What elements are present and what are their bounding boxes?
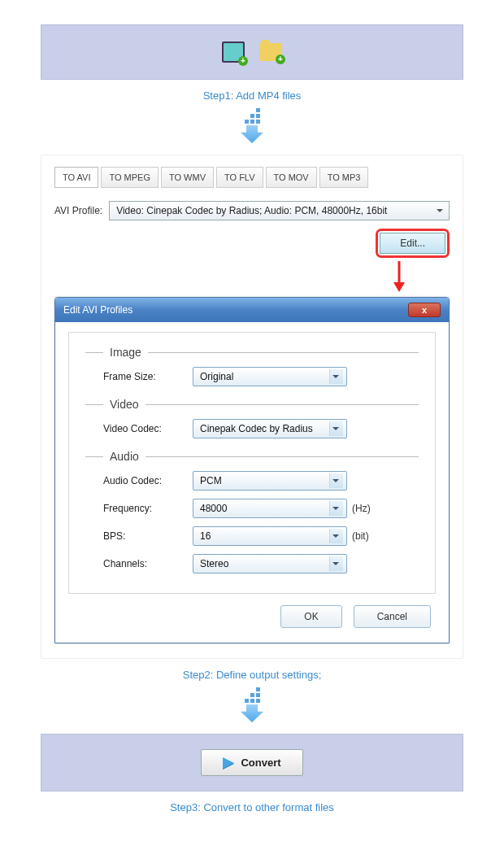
dialog-titlebar[interactable]: Edit AVI Profiles x [55,298,449,322]
convert-label: Convert [241,757,280,769]
tab-to-mp3[interactable]: TO MP3 [319,167,369,188]
edit-button-highlight: Edit... [376,229,450,258]
add-video-file-icon[interactable]: + [222,41,245,63]
video-codec-label: Video Codec: [103,423,193,434]
frequency-label: Frequency: [103,503,193,514]
channels-select[interactable]: Stereo [193,554,347,573]
play-icon [223,757,234,769]
step1-label: Step1: Add MP4 files [41,89,463,102]
group-audio-title: Audio [110,450,139,463]
down-arrow-icon [41,687,463,722]
step3-label: Step3: Convert to other format files [41,801,463,813]
close-button[interactable]: x [408,303,441,317]
frequency-unit: (Hz) [352,503,371,514]
profile-dropdown[interactable]: Video: Cinepak Codec by Radius; Audio: P… [109,201,450,220]
output-settings-panel: TO AVI TO MPEG TO WMV TO FLV TO MOV TO M… [41,155,463,659]
down-arrow-icon [41,108,463,143]
channels-label: Channels: [103,558,193,569]
format-tabs: TO AVI TO MPEG TO WMV TO FLV TO MOV TO M… [54,167,450,188]
frequency-select[interactable]: 48000 [193,499,347,518]
step2-label: Step2: Define output settings; [41,669,463,681]
dialog-title: Edit AVI Profiles [63,304,133,316]
bps-label: BPS: [103,530,193,542]
group-video-title: Video [110,398,139,411]
tab-to-mov[interactable]: TO MOV [266,167,317,188]
add-folder-icon[interactable]: + [259,43,282,61]
tab-to-avi[interactable]: TO AVI [54,167,98,188]
audio-codec-select[interactable]: PCM [193,471,347,491]
edit-button[interactable]: Edit... [380,233,445,254]
audio-codec-label: Audio Codec: [103,475,193,486]
add-files-panel: + + [41,24,463,80]
group-image-title: Image [110,346,141,359]
video-codec-select[interactable]: Cinepak Codec by Radius [193,419,347,438]
frame-size-select[interactable]: Original [193,367,347,386]
cancel-button[interactable]: Cancel [354,605,431,628]
red-arrow-icon [54,259,450,292]
tab-to-mpeg[interactable]: TO MPEG [101,167,159,188]
bps-select[interactable]: 16 [193,526,347,546]
tab-to-flv[interactable]: TO FLV [216,167,263,188]
convert-button[interactable]: Convert [201,749,302,776]
bps-unit: (bit) [352,530,369,542]
tab-to-wmv[interactable]: TO WMV [161,167,214,188]
profile-label: AVI Profile: [54,205,102,216]
frame-size-label: Frame Size: [103,371,193,382]
svg-marker-1 [393,282,405,292]
convert-panel: Convert [41,734,463,791]
edit-profiles-dialog: Edit AVI Profiles x Image Frame Size: Or… [54,297,450,643]
ok-button[interactable]: OK [280,605,341,628]
